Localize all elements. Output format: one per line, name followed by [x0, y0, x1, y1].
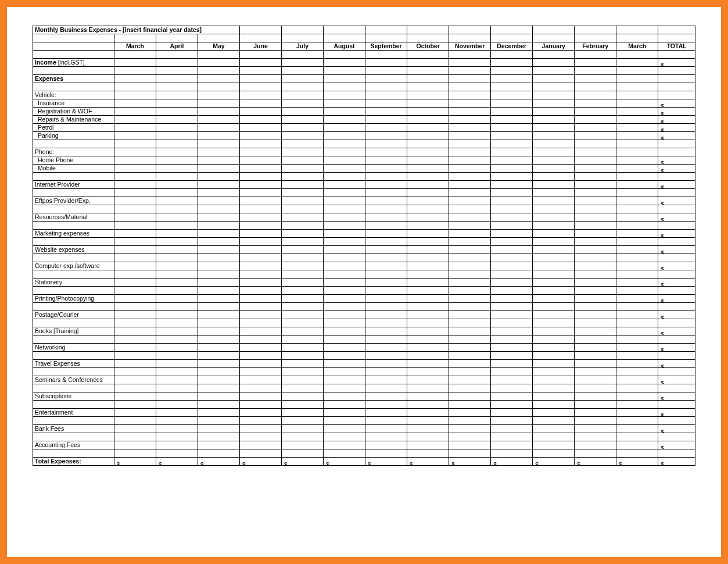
cell[interactable] — [407, 67, 449, 75]
cell[interactable] — [533, 34, 575, 42]
month-cell[interactable] — [156, 108, 198, 116]
month-cell[interactable] — [198, 59, 239, 67]
month-cell[interactable] — [365, 295, 407, 303]
expense-item[interactable]: Repairs & Maintenance — [33, 116, 114, 124]
month-cell[interactable] — [616, 75, 658, 83]
cell[interactable] — [33, 433, 114, 441]
cell[interactable] — [616, 352, 658, 360]
month-cell[interactable] — [324, 116, 365, 124]
month-cell[interactable] — [491, 441, 533, 449]
month-cell[interactable] — [533, 327, 575, 335]
month-cell[interactable] — [491, 197, 533, 205]
cell[interactable] — [533, 205, 575, 213]
cell[interactable] — [407, 189, 449, 197]
month-cell[interactable] — [449, 279, 491, 287]
month-total[interactable]: $- — [407, 458, 449, 466]
month-total[interactable]: $- — [324, 458, 365, 466]
row-total[interactable]: $- — [658, 344, 695, 352]
month-cell[interactable] — [365, 91, 407, 99]
month-cell[interactable] — [282, 409, 324, 417]
cell[interactable] — [114, 222, 156, 230]
cell[interactable] — [365, 352, 407, 360]
month-cell[interactable] — [156, 279, 198, 287]
cell[interactable] — [33, 449, 114, 458]
month-cell[interactable] — [324, 311, 365, 319]
cell[interactable] — [575, 270, 616, 279]
month-cell[interactable] — [114, 197, 156, 205]
month-cell[interactable] — [575, 409, 616, 417]
month-cell[interactable] — [407, 409, 449, 417]
cell[interactable] — [533, 270, 575, 279]
expense-item[interactable]: Registration & WOF — [33, 108, 114, 116]
month-cell[interactable] — [198, 279, 239, 287]
cell[interactable] — [324, 222, 365, 230]
month-cell[interactable] — [533, 197, 575, 205]
month-cell[interactable] — [239, 197, 281, 205]
cell[interactable] — [114, 401, 156, 409]
month-cell[interactable] — [324, 376, 365, 384]
expense-item[interactable]: Networking — [33, 344, 114, 352]
cell[interactable] — [491, 384, 533, 392]
month-cell[interactable] — [198, 246, 239, 254]
month-cell[interactable] — [114, 376, 156, 384]
month-cell[interactable] — [114, 132, 156, 140]
cell[interactable] — [114, 34, 156, 42]
cell[interactable] — [198, 189, 239, 197]
cell[interactable] — [156, 433, 198, 441]
cell[interactable] — [239, 238, 281, 246]
cell[interactable] — [324, 205, 365, 213]
cell[interactable] — [616, 319, 658, 327]
cell[interactable] — [282, 270, 324, 279]
cell[interactable] — [198, 449, 239, 458]
month-cell[interactable] — [365, 376, 407, 384]
month-cell[interactable] — [533, 441, 575, 449]
cell[interactable] — [198, 51, 239, 59]
month-cell[interactable] — [449, 99, 491, 108]
month-cell[interactable] — [449, 181, 491, 189]
month-cell[interactable] — [491, 392, 533, 401]
cell[interactable] — [156, 34, 198, 42]
cell[interactable] — [658, 287, 695, 295]
cell[interactable] — [33, 417, 114, 425]
cell[interactable] — [198, 205, 239, 213]
cell[interactable] — [449, 449, 491, 458]
month-cell[interactable] — [533, 124, 575, 132]
month-cell[interactable] — [407, 181, 449, 189]
cell[interactable] — [282, 205, 324, 213]
month-cell[interactable] — [491, 75, 533, 83]
cell[interactable] — [407, 51, 449, 59]
month-cell[interactable] — [533, 311, 575, 319]
month-cell[interactable] — [282, 246, 324, 254]
cell[interactable] — [198, 384, 239, 392]
cell[interactable] — [658, 140, 695, 148]
cell[interactable] — [282, 238, 324, 246]
cell[interactable] — [156, 140, 198, 148]
cell[interactable] — [407, 433, 449, 441]
month-cell[interactable] — [616, 156, 658, 165]
cell[interactable] — [616, 433, 658, 441]
cell[interactable] — [658, 352, 695, 360]
month-cell[interactable] — [324, 148, 365, 156]
month-cell[interactable] — [449, 344, 491, 352]
cell[interactable] — [365, 384, 407, 392]
cell[interactable] — [491, 140, 533, 148]
row-total[interactable]: $- — [658, 295, 695, 303]
month-cell[interactable] — [449, 376, 491, 384]
month-cell[interactable] — [533, 425, 575, 433]
month-cell[interactable] — [365, 246, 407, 254]
cell[interactable] — [282, 287, 324, 295]
month-cell[interactable] — [616, 59, 658, 67]
month-cell[interactable] — [616, 213, 658, 222]
cell[interactable] — [239, 254, 281, 262]
month-cell[interactable] — [114, 156, 156, 165]
month-cell[interactable] — [407, 279, 449, 287]
month-cell[interactable] — [198, 181, 239, 189]
cell[interactable] — [324, 51, 365, 59]
cell[interactable] — [324, 140, 365, 148]
cell[interactable] — [239, 189, 281, 197]
month-cell[interactable] — [533, 262, 575, 270]
cell[interactable] — [198, 303, 239, 311]
month-cell[interactable] — [449, 425, 491, 433]
month-cell[interactable] — [114, 99, 156, 108]
month-cell[interactable] — [533, 344, 575, 352]
